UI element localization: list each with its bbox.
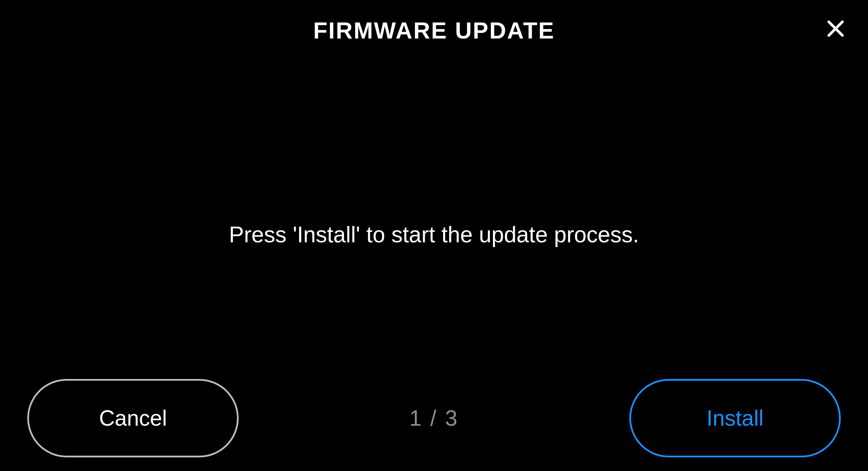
- cancel-button[interactable]: Cancel: [27, 379, 239, 457]
- dialog-title: FIRMWARE UPDATE: [313, 17, 555, 44]
- close-icon: [825, 18, 846, 40]
- install-button[interactable]: Install: [629, 379, 841, 457]
- step-indicator: 1 / 3: [409, 406, 459, 431]
- install-button-label: Install: [706, 406, 763, 431]
- dialog-message: Press 'Install' to start the update proc…: [0, 222, 868, 247]
- dialog-footer: Cancel 1 / 3 Install: [0, 379, 868, 457]
- cancel-button-label: Cancel: [99, 406, 167, 431]
- dialog-header: FIRMWARE UPDATE: [0, 0, 868, 44]
- close-button[interactable]: [824, 17, 848, 41]
